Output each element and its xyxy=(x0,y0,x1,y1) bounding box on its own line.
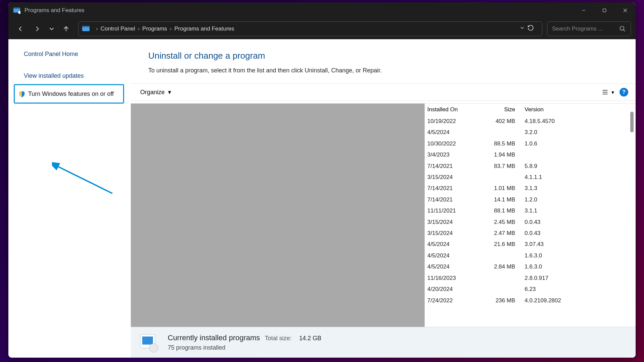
cell-size xyxy=(473,250,522,261)
cell-size: 14.1 MB xyxy=(473,194,522,205)
cell-version: 3.1.3 xyxy=(522,183,629,194)
table-row[interactable]: 4/20/20246.23 xyxy=(425,284,629,295)
cell-date: 4/5/2024 xyxy=(425,127,473,138)
close-button[interactable] xyxy=(615,2,636,18)
svg-rect-2 xyxy=(18,11,20,13)
svg-rect-4 xyxy=(603,9,606,12)
window-controls xyxy=(573,2,636,18)
search-input[interactable]: Search Programs ... xyxy=(547,21,631,36)
window-title: Programs and Features xyxy=(24,7,573,14)
table-row[interactable]: 10/30/202288.5 MB1.0.6 xyxy=(425,138,629,149)
cell-version: 4.1.1.1 xyxy=(522,172,629,183)
table-row[interactable]: 7/14/202114.1 MB1.2.0 xyxy=(425,194,629,205)
chevron-down-icon: ▾ xyxy=(168,88,171,96)
recent-locations-button[interactable] xyxy=(47,21,57,36)
cell-size: 21.6 MB xyxy=(473,239,522,250)
scrollbar[interactable] xyxy=(630,112,634,132)
column-size[interactable]: Size xyxy=(473,106,522,113)
cell-date: 11/11/2021 xyxy=(425,205,473,216)
column-version[interactable]: Version xyxy=(522,106,629,113)
cell-version: 3.1.1 xyxy=(522,205,629,216)
sidebar-home[interactable]: Control Panel Home xyxy=(24,48,124,60)
table-row[interactable]: 4/5/20243.2.0 xyxy=(425,127,629,138)
cell-size: 402 MB xyxy=(473,116,522,127)
page-title: Uninstall or change a program xyxy=(148,51,636,61)
svg-rect-1 xyxy=(13,7,20,9)
toolbar: Organize ▾ ▾ ? xyxy=(131,83,636,101)
status-bar: Currently installed programs Total size:… xyxy=(131,327,636,358)
list-view-icon xyxy=(601,88,609,96)
cell-date: 7/14/2021 xyxy=(425,194,473,205)
sidebar-windows-features[interactable]: Turn Windows features on or off xyxy=(14,84,124,104)
page-subtext: To uninstall a program, select it from t… xyxy=(148,67,636,74)
address-bar[interactable]: › Control Panel › Programs › Programs an… xyxy=(78,21,542,36)
chevron-right-icon: › xyxy=(96,25,98,32)
table-row[interactable]: 7/14/202183.7 MB5.8.9 xyxy=(425,161,629,172)
cell-version: 3.2.0 xyxy=(522,127,629,138)
cell-size: 83.7 MB xyxy=(473,161,522,172)
cell-version: 4.18.5.4570 xyxy=(522,116,629,127)
view-options-button[interactable]: ▾ xyxy=(601,88,614,96)
history-dropdown-button[interactable] xyxy=(519,25,525,33)
content: Control Panel Home View installed update… xyxy=(8,39,636,358)
table-row[interactable]: 4/5/20241.6.3.0 xyxy=(425,250,629,261)
breadcrumb-programs[interactable]: Programs xyxy=(142,25,167,32)
breadcrumb-root[interactable]: Control Panel xyxy=(101,25,135,32)
program-list-redacted-area xyxy=(131,104,425,327)
column-installed-on[interactable]: Installed On xyxy=(425,106,473,113)
table-row[interactable]: 11/11/202188.1 MB3.1.1 xyxy=(425,205,629,216)
forward-button[interactable] xyxy=(30,21,45,36)
cell-size: 1.01 MB xyxy=(473,183,522,194)
cell-version: 0.0.43 xyxy=(522,217,629,228)
table-row[interactable]: 4/5/20242.84 MB1.6.3.0 xyxy=(425,261,629,272)
table-row[interactable]: 11/16/20232.8.0.917 xyxy=(425,273,629,284)
help-button[interactable]: ? xyxy=(620,88,628,97)
sidebar-view-updates[interactable]: View installed updates xyxy=(24,70,124,82)
cell-date: 10/30/2022 xyxy=(425,138,473,149)
back-button[interactable] xyxy=(13,21,28,36)
cell-date: 7/24/2022 xyxy=(425,295,473,306)
status-total-label: Total size: xyxy=(265,335,292,342)
table-row[interactable]: 3/15/20242.45 MB0.0.43 xyxy=(425,217,629,228)
svg-point-9 xyxy=(620,26,624,30)
cell-version: 2.8.0.917 xyxy=(522,273,629,284)
cell-date: 4/5/2024 xyxy=(425,250,473,261)
minimize-button[interactable] xyxy=(573,2,594,18)
cell-date: 3/15/2024 xyxy=(425,172,473,183)
organize-button[interactable]: Organize ▾ xyxy=(138,87,174,97)
breadcrumb-leaf[interactable]: Programs and Features xyxy=(174,25,234,32)
maximize-button[interactable] xyxy=(594,2,615,18)
cell-date: 7/14/2021 xyxy=(425,183,473,194)
cell-version: 3.07.43 xyxy=(522,239,629,250)
app-icon xyxy=(13,7,20,14)
table-row[interactable]: 7/14/20211.01 MB3.1.3 xyxy=(425,183,629,194)
cell-date: 4/20/2024 xyxy=(425,284,473,295)
table-row[interactable]: 3/15/20242.47 MB0.0.43 xyxy=(425,228,629,239)
cell-size xyxy=(473,284,522,295)
table-row[interactable]: 4/5/202421.6 MB3.07.43 xyxy=(425,239,629,250)
cell-date: 4/5/2024 xyxy=(425,239,473,250)
up-button[interactable] xyxy=(59,21,73,36)
svg-rect-16 xyxy=(142,337,153,345)
chevron-right-icon: › xyxy=(138,25,140,32)
chevron-down-icon: ▾ xyxy=(611,89,614,96)
cell-date: 11/16/2023 xyxy=(425,273,473,284)
cell-version: 1.6.3.0 xyxy=(522,261,629,272)
cell-date: 3/4/2023 xyxy=(425,149,473,160)
programs-summary-icon xyxy=(139,333,159,353)
cell-size: 2.47 MB xyxy=(473,228,522,239)
annotation-arrow-icon xyxy=(52,162,116,198)
cell-date: 3/15/2024 xyxy=(425,217,473,228)
program-list: Installed On Size Version 10/19/2022402 … xyxy=(131,101,636,327)
table-row[interactable]: 10/19/2022402 MB4.18.5.4570 xyxy=(425,116,629,127)
cell-size: 88.1 MB xyxy=(473,205,522,216)
table-row[interactable]: 3/4/20231.94 MB xyxy=(425,149,629,160)
refresh-button[interactable] xyxy=(525,24,539,33)
main: Uninstall or change a program To uninsta… xyxy=(131,39,636,358)
table-row[interactable]: 7/24/2022236 MB4.0.2109.2802 xyxy=(425,295,629,306)
window: Programs and Features › Control Panel › … xyxy=(8,2,636,358)
shield-icon xyxy=(18,90,25,98)
cell-version: 5.8.9 xyxy=(522,161,629,172)
table-row[interactable]: 3/15/20244.1.1.1 xyxy=(425,172,629,183)
cell-version: 1.2.0 xyxy=(522,194,629,205)
